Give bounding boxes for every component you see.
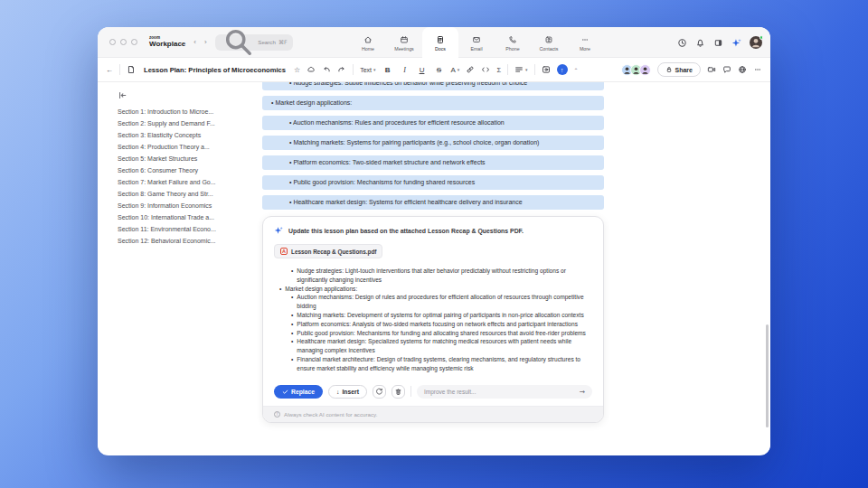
- text-style-dropdown[interactable]: Text▾: [360, 67, 375, 73]
- doc-page-icon[interactable]: [127, 65, 136, 74]
- cloud-sync-icon: [307, 65, 316, 74]
- zoom-workplace-logo: zoom Workplace: [149, 36, 185, 49]
- regenerate-button[interactable]: [373, 385, 386, 399]
- collapse-toolbar-icon[interactable]: ⌃: [574, 67, 579, 73]
- outline-section-item[interactable]: Section 10: International Trade a...: [118, 214, 257, 221]
- doc-canvas[interactable]: Nudge strategies: Subtle influences on b…: [257, 82, 770, 455]
- collaborator-avatar[interactable]: [639, 64, 651, 76]
- collaborator-avatars: [621, 64, 651, 76]
- pdf-icon: A: [280, 248, 288, 255]
- favorite-star-icon[interactable]: ☆: [294, 66, 300, 74]
- nav-tab-more[interactable]: More: [567, 27, 603, 59]
- doc-highlight-row[interactable]: Healthcare market design: Systems for ef…: [262, 195, 604, 210]
- doc-highlight-row[interactable]: Matching markets: Systems for pairing pa…: [262, 136, 604, 150]
- undo-icon[interactable]: [322, 65, 331, 74]
- scrollbar-thumb[interactable]: [766, 324, 769, 427]
- outline-section-item[interactable]: Section 1: Introduction to Microe...: [118, 108, 257, 115]
- submit-arrow-icon[interactable]: →: [580, 388, 585, 396]
- collapse-sidebar-icon[interactable]: [118, 90, 128, 101]
- outline-section-item[interactable]: Section 4: Production Theory a...: [118, 144, 257, 150]
- outline-section-item[interactable]: Section 12: Behavioral Economic...: [118, 238, 257, 244]
- outline-section-item[interactable]: Section 3: Elasticity Concepts: [118, 132, 257, 138]
- lock-icon: [665, 66, 673, 73]
- insert-button[interactable]: ↓ Insert: [328, 385, 367, 399]
- doc-highlight-row[interactable]: Auction mechanisms: Rules and procedures…: [262, 116, 604, 130]
- home-icon: [363, 35, 373, 44]
- align-dropdown[interactable]: ▾: [514, 65, 528, 74]
- redo-icon[interactable]: [337, 65, 346, 74]
- search-icon: [221, 27, 256, 60]
- bold-button[interactable]: B: [382, 66, 393, 74]
- outline-section-item[interactable]: Section 11: Environmental Econo...: [118, 226, 257, 232]
- titlebar: zoom Workplace ‹ › Search ⌘F Home Meetin…: [98, 27, 770, 58]
- docs-icon: [436, 35, 445, 44]
- minimize-window-button[interactable]: [120, 39, 127, 45]
- nav-tab-email[interactable]: Email: [458, 27, 495, 59]
- outline-section-item[interactable]: Section 8: Game Theory and Str...: [118, 191, 257, 197]
- outline-section-item[interactable]: Section 6: Consumer Theory: [118, 167, 257, 174]
- history-clock-icon[interactable]: [677, 38, 687, 48]
- search-input[interactable]: Search ⌘F: [215, 34, 293, 51]
- ai-companion-card: Update this lesson plan based on the att…: [262, 216, 604, 423]
- doc-highlight-row[interactable]: Nudge strategies: Subtle influences on b…: [262, 82, 604, 90]
- nav-tab-phone[interactable]: Phone: [495, 27, 531, 59]
- user-avatar[interactable]: [750, 36, 762, 49]
- align-lines-icon: [514, 65, 524, 74]
- doc-highlight-row[interactable]: Platform economics: Two-sided market str…: [262, 155, 604, 170]
- strikethrough-button[interactable]: S: [434, 66, 445, 74]
- outline-section-item[interactable]: Section 9: Information Economics: [118, 202, 257, 209]
- history-forward-button[interactable]: ›: [204, 38, 207, 46]
- nav-tab-home[interactable]: Home: [350, 27, 386, 59]
- nav-tab-contacts[interactable]: Contacts: [531, 27, 567, 59]
- outline-section-item[interactable]: Section 7: Market Failure and Go...: [118, 179, 257, 185]
- phone-icon: [508, 35, 517, 44]
- doc-highlight-row[interactable]: Public good provision: Mechanisms for fu…: [262, 175, 604, 190]
- outline-sidebar: Section 1: Introduction to Microe...Sect…: [98, 82, 257, 455]
- pdf-attachment-chip[interactable]: A Lesson Recap & Questions.pdf: [274, 244, 382, 258]
- close-window-button[interactable]: [109, 39, 116, 45]
- video-camera-icon[interactable]: [707, 65, 716, 74]
- contacts-icon: [544, 35, 553, 44]
- document-title: Lesson Plan: Principles of Microeconomic…: [144, 66, 286, 74]
- ellipsis-icon: [580, 35, 590, 44]
- doc-toolbar: ← Lesson Plan: Principles of Microeconom…: [98, 58, 770, 82]
- outline-section-item[interactable]: Section 2: Supply and Demand F...: [118, 120, 257, 127]
- ai-action-bar: Replace ↓ Insert: [263, 379, 603, 406]
- panel-toggle-icon[interactable]: [713, 38, 723, 48]
- outline-section-item[interactable]: Section 5: Market Structures: [118, 155, 257, 162]
- ai-disclaimer: ! Always check AI content for accuracy.: [263, 406, 603, 422]
- back-button[interactable]: ←: [106, 66, 113, 74]
- search-shortcut: ⌘F: [278, 39, 288, 45]
- refresh-icon: [375, 388, 383, 396]
- globe-icon[interactable]: [738, 65, 747, 74]
- mail-icon: [472, 35, 481, 44]
- app-window: zoom Workplace ‹ › Search ⌘F Home Meetin…: [98, 27, 770, 455]
- chat-bubble-icon[interactable]: [722, 65, 731, 74]
- doc-highlight-row[interactable]: Market design applications:: [262, 96, 604, 110]
- code-icon[interactable]: [481, 65, 490, 74]
- text-color-dropdown[interactable]: A▾: [451, 66, 460, 74]
- equation-sigma-icon[interactable]: Σ: [496, 66, 501, 74]
- notifications-bell-icon[interactable]: [695, 38, 705, 48]
- ai-suggestion-bullet: Platform economics: Analysis of two-side…: [291, 320, 589, 329]
- comment-mention-icon[interactable]: [542, 65, 551, 74]
- ai-suggestion-bullet: Financial market architecture: Design of…: [291, 355, 589, 373]
- improve-result-input[interactable]: Improve the result... →: [417, 385, 592, 399]
- ai-prompt-text: Update this lesson plan based on the att…: [288, 228, 524, 234]
- italic-button[interactable]: I: [400, 66, 410, 74]
- discard-button[interactable]: [392, 385, 405, 399]
- link-icon[interactable]: [466, 65, 475, 74]
- history-back-button[interactable]: ‹: [193, 38, 196, 46]
- underline-button[interactable]: U: [417, 66, 428, 74]
- ai-companion-sparkle-icon[interactable]: [731, 38, 741, 48]
- more-options-icon[interactable]: [753, 65, 762, 74]
- ai-companion-button[interactable]: ↑: [557, 64, 568, 75]
- nav-tab-docs[interactable]: Docs: [422, 27, 458, 59]
- replace-button[interactable]: Replace: [274, 385, 323, 399]
- ai-suggestion-bullet: Market design applications:: [279, 285, 589, 294]
- share-button[interactable]: Share: [657, 62, 701, 77]
- nav-tab-meetings[interactable]: Meetings: [386, 27, 422, 59]
- zoom-window-button[interactable]: [131, 39, 137, 45]
- improve-placeholder: Improve the result...: [424, 389, 476, 395]
- info-icon: !: [274, 411, 280, 418]
